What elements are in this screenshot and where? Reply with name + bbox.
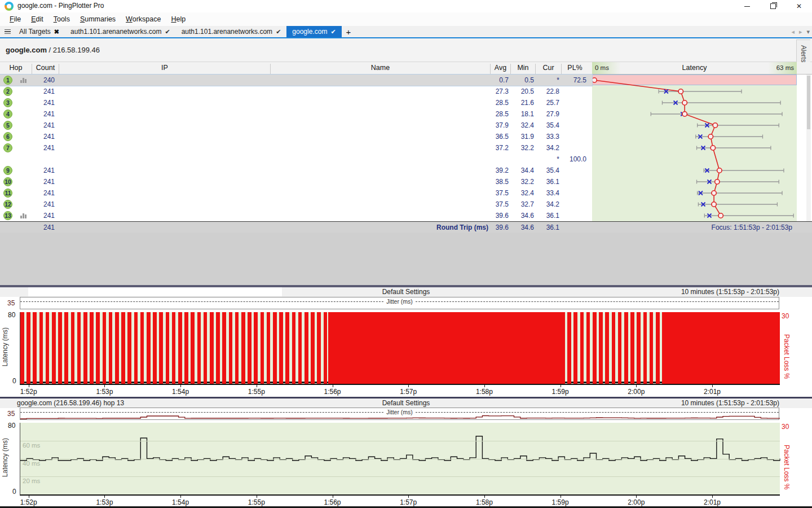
table-row-hop-7[interactable]: 724137.232.234.2 [0,142,592,154]
gridline-60ms [20,441,780,441]
tl1-loss-axis-label: Packet Loss % [783,334,791,379]
hop-number-badge: 4 [3,110,12,119]
close-icon: ✕ [796,2,802,10]
cell-count: 241 [32,133,55,141]
gridline-20ms [20,476,780,477]
cell-min: 31.9 [511,133,534,141]
menu-item-help[interactable]: Help [166,14,191,25]
col-avg[interactable]: Avg [491,64,511,75]
time-tick [333,496,333,498]
menu-item-edit[interactable]: Edit [26,14,48,25]
cell-cur: 25.7 [536,99,559,107]
check-icon: ✔ [330,28,336,36]
timeline1-range[interactable]: 10 minutes (1:51:53p - 2:01:53p) [681,288,779,296]
timeline2-range[interactable]: 10 minutes (1:51:53p - 2:01:53p) [681,399,779,407]
cell-min: 32.4 [511,121,534,129]
col-hop[interactable]: Hop [0,64,32,75]
cell-min: 32.2 [511,144,534,152]
loss-segment-total [666,312,780,384]
restore-icon [770,3,776,9]
app-icon [5,2,14,11]
time-label-2-00p: 2:00p [628,498,645,506]
cell-avg: 37.2 [485,144,509,152]
empty-area [0,233,812,285]
menu-item-workspace[interactable]: Workspace [121,14,166,25]
table-row-hop-6[interactable]: 624136.531.933.3 [0,131,592,142]
bar-chart-icon [20,78,28,83]
time-label-1-52p: 1:52p [20,388,37,396]
hop-number-badge: 9 [3,166,12,175]
col-pl[interactable]: PL% [562,64,588,75]
table-row-hop-3[interactable]: 324128.521.625.7 [0,97,592,108]
tab-scroll-right-icon[interactable]: ▸ [799,28,802,36]
cell-count: 241 [32,87,55,95]
cell-cur: 34.2 [536,144,559,152]
table-row-hop-9[interactable]: 924139.234.435.4 [0,165,592,176]
timeline1-jitter-strip: Jitter (ms) [20,297,779,309]
timeline1-plot[interactable]: 60 ms40 ms20 ms [20,312,780,385]
rt-min: 34.6 [511,224,534,231]
table-row-hop-11[interactable]: 1124137.532.433.4 [0,187,592,199]
timeline2-plot[interactable]: 60 ms40 ms20 ms [20,423,780,496]
trace-latency-graph [592,75,797,221]
cell-avg: 39.2 [485,167,509,174]
time-label-1-56p: 1:56p [324,388,341,396]
tab-scroll-left-icon[interactable]: ◂ [791,28,795,36]
table-row-hop-2[interactable]: 224127.320.522.8 [0,86,592,97]
restore-button[interactable] [760,0,786,12]
hop-number-badge: 11 [3,189,12,198]
close-icon[interactable]: ✖ [54,28,59,36]
col-name[interactable]: Name [271,64,491,75]
check-icon: ✔ [165,28,170,36]
cell-cur: 33.4 [536,189,559,197]
tab-google-com[interactable]: google.com✔ [286,26,341,37]
time-label-1-58p: 1:58p [476,498,493,506]
table-row-hop-1[interactable]: 12400.70.5*72.5 [0,75,592,86]
menu-item-summaries[interactable]: Summaries [75,14,121,25]
col-min[interactable]: Min [511,64,536,75]
hamburger-icon[interactable] [0,26,14,37]
cell-avg: 37.5 [485,189,509,197]
cell-pl: 100.0 [562,155,586,163]
cell-count: 241 [32,99,55,107]
table-row-hop-13[interactable]: 1324139.634.636.1 [0,210,592,221]
tab-auth1-101-arenanetworks-com[interactable]: auth1.101.arenanetworks.com✔ [176,26,287,37]
time-label-1-52p: 1:52p [20,498,37,506]
table-row-hop-4[interactable]: 424128.518.127.9 [0,108,592,120]
cell-min: 20.5 [511,87,534,95]
tab-label: auth1.101.arenanetworks.com [182,28,272,36]
tab-list-dropdown-icon[interactable]: ▾ [806,28,810,36]
time-tick [257,496,257,498]
col-ip[interactable]: IP [59,64,271,75]
close-button[interactable]: ✕ [786,0,812,12]
time-tick [104,385,105,387]
round-trip-label: Round Trip (ms) [271,224,488,231]
time-label-2-01p: 2:01p [704,388,721,396]
minimize-button[interactable] [734,0,760,12]
tab-all-targets[interactable]: All Targets✖ [14,26,65,37]
latency-title: Latency [592,64,797,72]
col-count[interactable]: Count [32,64,59,75]
table-row-hop-12[interactable]: 1224137.532.734.2 [0,199,592,210]
add-target-tab-button[interactable]: + [342,26,356,37]
table-row-hop-10[interactable]: 1024138.532.236.1 [0,176,592,187]
tab-label: auth1.101.arenanetworks.com [70,28,161,36]
table-row-hop-8[interactable]: *100.0 [0,154,592,165]
cell-min: 32.2 [511,178,534,186]
table-row-hop-5[interactable]: 524137.932.435.4 [0,120,592,131]
gridline-label: 60 ms [23,442,40,449]
menu-item-tools[interactable]: Tools [48,14,75,25]
menu-item-file[interactable]: File [5,14,26,25]
cell-avg: 39.6 [485,212,509,220]
latency-trace-dashes [20,382,328,383]
tab-auth1-101-arenanetworks-com[interactable]: auth1.101.arenanetworks.com✔ [65,26,176,37]
tl2-lat-max: 80 [8,422,15,430]
loss-segment-total [328,312,561,384]
pingplotter-window: google.com - PingPlotter Pro ✕ FileEditT… [0,0,812,508]
time-label-1-57p: 1:57p [400,388,417,396]
tl1-jitter-label: Jitter (ms) [20,298,779,305]
cell-min: 34.6 [511,212,534,220]
tl1-latency-axis-label: Latency (ms) [1,327,9,366]
table-scrollbar[interactable] [806,75,811,221]
col-cur[interactable]: Cur [536,64,562,75]
